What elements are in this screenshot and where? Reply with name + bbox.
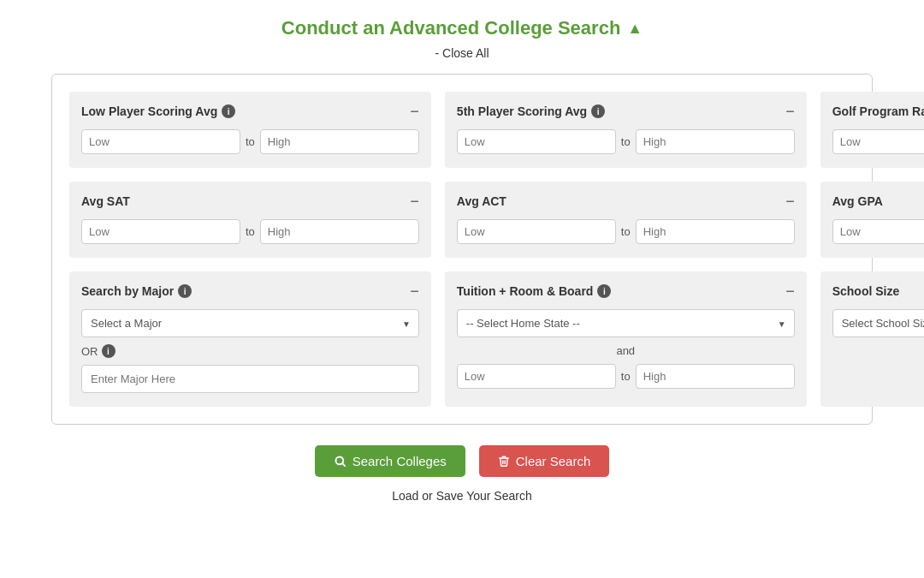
school-size-select-wrapper: Select School Size [832, 309, 924, 337]
state-select-wrapper: -- Select Home State -- [457, 309, 795, 337]
low-input[interactable] [457, 219, 616, 244]
tuition-low-input[interactable] [457, 364, 616, 389]
card-header: Search by Major i − [81, 283, 419, 299]
golf-program-ranking-card: Golf Program Ranking i − to [820, 92, 924, 168]
collapse-button[interactable]: − [410, 104, 419, 119]
info-icon[interactable]: i [591, 104, 605, 118]
search-icon [334, 455, 346, 468]
load-save-link[interactable]: Load or Save Your Search [392, 489, 531, 503]
card-title: Avg SAT [81, 194, 130, 208]
card-title: Tuition + Room & Board i [457, 284, 612, 298]
chevron-up-icon: ▲ [627, 20, 643, 38]
to-label: to [621, 370, 631, 383]
avg-sat-card: Avg SAT − to [69, 182, 431, 258]
to-label: to [621, 135, 631, 148]
card-header: School Size − [832, 283, 924, 299]
card-title: 5th Player Scoring Avg i [457, 104, 605, 118]
tuition-high-input[interactable] [636, 364, 795, 389]
card-header: Avg ACT − [457, 194, 795, 209]
card-title: Golf Program Ranking i [832, 104, 924, 118]
school-size-select[interactable]: Select School Size [832, 309, 924, 337]
card-header: Tuition + Room & Board i − [457, 283, 795, 299]
state-select[interactable]: -- Select Home State -- [457, 309, 795, 337]
search-grid: Low Player Scoring Avg i − to 5th Player… [69, 92, 855, 407]
low-input[interactable] [832, 219, 924, 244]
avg-act-card: Avg ACT − to [445, 182, 807, 258]
low-input[interactable] [81, 219, 240, 244]
card-title: Search by Major i [81, 284, 192, 298]
info-icon[interactable]: i [222, 104, 235, 118]
to-label: to [246, 225, 255, 238]
card-header: Golf Program Ranking i − [832, 104, 924, 119]
info-icon[interactable]: i [178, 284, 192, 298]
card-title: Avg GPA [832, 194, 883, 208]
info-icon[interactable]: i [597, 284, 611, 298]
range-row: to [81, 219, 419, 244]
low-input[interactable] [457, 129, 616, 154]
trash-icon [498, 455, 510, 468]
major-select[interactable]: Select a Major [81, 309, 419, 337]
search-colleges-button[interactable]: Search Colleges [315, 445, 465, 477]
high-input[interactable] [260, 129, 419, 154]
collapse-button[interactable]: − [785, 283, 795, 299]
school-size-card: School Size − Select School Size [820, 271, 924, 407]
high-input[interactable] [636, 219, 795, 244]
range-row: to [832, 129, 924, 154]
range-row: to [457, 129, 795, 154]
collapse-button[interactable]: − [410, 283, 419, 299]
high-input[interactable] [260, 219, 419, 244]
card-header: 5th Player Scoring Avg i − [457, 104, 795, 119]
avg-gpa-card: Avg GPA − to [820, 182, 924, 258]
tuition-card: Tuition + Room & Board i − -- Select Hom… [445, 271, 807, 407]
and-label: and [457, 344, 795, 357]
info-icon-or[interactable]: i [102, 344, 116, 358]
search-container: Low Player Scoring Avg i − to 5th Player… [51, 74, 873, 425]
card-title: Avg ACT [457, 194, 506, 208]
low-input[interactable] [832, 129, 924, 154]
range-row: to [832, 219, 924, 244]
collapse-button[interactable]: − [785, 194, 795, 209]
range-row: to [457, 219, 795, 244]
low-input[interactable] [81, 129, 240, 154]
fifth-player-scoring-card: 5th Player Scoring Avg i − to [445, 92, 807, 168]
range-row: to [457, 364, 795, 389]
or-label: OR i [81, 344, 419, 358]
card-header: Avg GPA − [832, 194, 924, 209]
low-player-scoring-card: Low Player Scoring Avg i − to [69, 92, 431, 168]
high-input[interactable] [636, 129, 795, 154]
collapse-button[interactable]: − [785, 104, 795, 119]
card-title: School Size [832, 284, 900, 298]
card-header: Avg SAT − [81, 194, 419, 209]
clear-search-button[interactable]: Clear Search [479, 445, 610, 477]
range-row: to [81, 129, 419, 154]
card-title: Low Player Scoring Avg i [81, 104, 235, 118]
to-label: to [246, 135, 255, 148]
card-header: Low Player Scoring Avg i − [81, 104, 419, 119]
search-by-major-card: Search by Major i − Select a Major OR i [69, 271, 431, 407]
major-text-input[interactable] [81, 365, 419, 393]
svg-line-1 [342, 463, 345, 466]
close-all-link[interactable]: - Close All [435, 46, 489, 60]
page-title: Conduct an Advanced College Search ▲ [281, 17, 643, 39]
collapse-button[interactable]: − [410, 194, 419, 209]
to-label: to [621, 225, 631, 238]
major-select-wrapper: Select a Major [81, 309, 419, 337]
actions-row: Search Colleges Clear Search [315, 445, 610, 477]
